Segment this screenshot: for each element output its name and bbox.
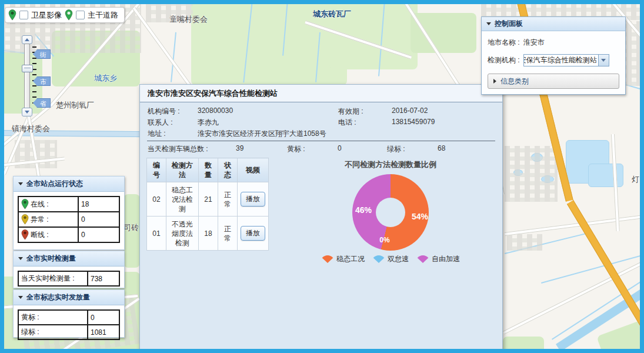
phone-label: 电话 :	[338, 118, 356, 128]
valid-value: 2016-07-02	[392, 106, 428, 115]
row-value: 0	[88, 311, 119, 324]
zoom-out-button[interactable]	[22, 108, 32, 116]
panel-label-issuance-header[interactable]: 全市标志实时发放量	[14, 290, 124, 305]
map-label-brickyard: 城东砖瓦厂	[313, 9, 351, 19]
table-row: 当天实时检测量 : 738	[19, 272, 119, 285]
legend-label: 自由加速	[432, 254, 460, 264]
table-row: 异常 : 0	[19, 211, 119, 227]
org-label: 检测机构 :	[488, 55, 520, 65]
collapse-icon	[18, 257, 23, 260]
zoom-in-button[interactable]	[22, 35, 32, 44]
table-row: 断线 : 0	[19, 227, 119, 242]
control-panel-header[interactable]: 控制面板	[482, 17, 625, 31]
cell-count: 18	[199, 217, 218, 251]
cell-method: 不透光烟度法检测	[166, 217, 199, 251]
cell-no: 02	[147, 182, 166, 217]
info-category-bar[interactable]: 信息类别	[488, 74, 619, 89]
label-issuance-table: 黄标 : 0 绿标 : 1081	[18, 309, 120, 340]
popup-title: 淮安市淮安区安保汽车综合性能检测站	[140, 85, 502, 102]
col-header-status: 状态	[218, 158, 238, 182]
panel-realtime-count: 全市实时检测量 当天实时检测量 : 738	[13, 251, 125, 288]
org-no-value: 320800030	[198, 106, 233, 115]
zoom-slider-track[interactable]	[24, 44, 30, 109]
arrow-up-icon	[25, 38, 29, 41]
org-no-label: 机构编号 :	[148, 106, 180, 116]
map-pin-icon	[65, 9, 73, 21]
yellow-value: 0	[338, 144, 342, 152]
trunk-road-checkbox[interactable]	[76, 11, 85, 19]
divider	[147, 141, 495, 141]
panel-label-issuance: 全市标志实时发放量 黄标 : 0 绿标 : 1081	[13, 289, 125, 338]
panel-station-status: 全市站点运行状态 在线 : 18 异常 : 0	[13, 176, 125, 250]
table-header-row: 编号 检测方法 数量 状态 视频	[147, 158, 269, 182]
address-label: 地址 :	[148, 129, 166, 139]
satellite-label: 卫星影像	[31, 10, 62, 21]
cell-no: 01	[147, 217, 166, 251]
legend-label: 稳态工况	[336, 254, 365, 264]
panel-realtime-count-header[interactable]: 全市实时检测量	[14, 251, 124, 267]
city-label: 地市名称 :	[488, 38, 520, 48]
play-button[interactable]: 播放	[241, 192, 265, 207]
table-row: 01 不透光烟度法检测 18 正常 播放	[147, 217, 269, 251]
table-row: 在线 : 18	[19, 197, 119, 211]
row-value: 0	[79, 212, 119, 227]
station-status-table: 在线 : 18 异常 : 0 断线 :	[18, 196, 120, 243]
city-value: 淮安市	[523, 38, 545, 48]
cell-status: 正常	[218, 217, 238, 251]
fan-swatch-icon	[372, 255, 385, 263]
window-frame-left	[0, 0, 4, 353]
org-row: 检测机构 : 安保汽车综合性能检测站	[488, 54, 619, 66]
legend-item: 自由加速	[416, 254, 460, 264]
abnormal-pin-icon	[21, 214, 29, 225]
org-select-value: 安保汽车综合性能检测站	[524, 55, 598, 65]
chart-title: 不同检测方法检测数量比例	[314, 159, 467, 170]
map-label-partial-right: 灯	[632, 174, 639, 185]
row-value: 1081	[88, 325, 119, 339]
collapse-icon	[486, 22, 491, 25]
map-label-oxygen-plant: 楚州制氧厂	[56, 100, 94, 111]
cell-status: 正常	[218, 182, 238, 217]
org-select[interactable]: 安保汽车综合性能检测站	[523, 54, 609, 66]
control-panel: 控制面板 地市名称 : 淮安市 检测机构 : 安保汽车综合性能检测站 信息类别	[481, 16, 626, 95]
phone-value: 13815459079	[392, 118, 435, 126]
station-popup: 淮安市淮安区安保汽车综合性能检测站 机构编号 : 320800030 有效期 :…	[139, 84, 503, 353]
cell-method: 稳态工况法检测	[166, 182, 199, 217]
map-label-township: 城东乡	[94, 73, 117, 84]
contact-value: 李赤九	[198, 118, 219, 128]
dropdown-arrow-button[interactable]	[598, 55, 609, 66]
layer-toggle-bar: 卫星影像 主干道路	[5, 7, 125, 23]
app-window: 童嘴村委会 城东砖瓦厂 城东乡 楚州制氧厂 镇海村委会 公司砖 灯 街 市 省 …	[0, 0, 644, 353]
map-label-village1: 童嘴村委会	[169, 14, 208, 25]
zoom-slider-handle[interactable]	[22, 65, 33, 72]
online-pin-icon	[21, 199, 29, 209]
collapse-icon	[18, 296, 23, 299]
panel-title: 全市标志实时发放量	[26, 292, 90, 302]
donut-hole	[376, 198, 405, 227]
satellite-checkbox[interactable]	[19, 11, 28, 19]
fan-swatch-icon	[416, 255, 429, 263]
slice-label-orange: 54%	[412, 212, 428, 221]
window-frame-top	[0, 0, 644, 4]
offline-pin-icon	[21, 229, 29, 240]
panel-station-status-header[interactable]: 全市站点运行状态	[14, 176, 124, 192]
panel-title: 全市站点运行状态	[26, 179, 83, 189]
chart-legend: 稳态工况 双怠速 自由加速	[302, 254, 479, 264]
row-label: 当天实时检测量 :	[21, 274, 75, 284]
chevron-down-icon	[601, 59, 606, 62]
legend-item: 稳态工况	[321, 254, 365, 264]
panel-title: 全市实时检测量	[26, 254, 76, 264]
panel-title: 控制面板	[495, 19, 523, 29]
table-row: 02 稳态工况法检测 21 正常 播放	[147, 182, 269, 217]
legend-label: 双怠速	[388, 254, 409, 264]
row-value: 0	[79, 228, 119, 242]
play-button[interactable]: 播放	[241, 226, 265, 241]
cell-count: 21	[199, 182, 218, 217]
map-buildings	[507, 234, 542, 251]
row-label: 在线 :	[31, 199, 49, 209]
map-green-area	[411, 13, 476, 53]
window-frame-bottom	[0, 349, 644, 353]
address-value: 淮安市淮安区经济开发区翔宇大道1058号	[198, 129, 326, 139]
row-label: 绿标 :	[21, 327, 39, 337]
green-label: 绿标 :	[387, 144, 405, 154]
map-pin-icon	[8, 9, 16, 21]
